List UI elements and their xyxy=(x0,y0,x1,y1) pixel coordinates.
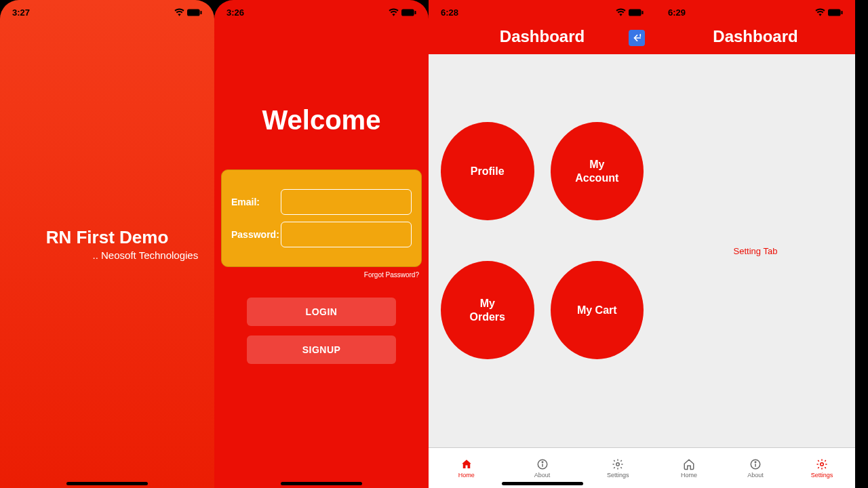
password-field[interactable] xyxy=(281,222,412,247)
tab-label: About xyxy=(747,472,764,479)
tab-settings[interactable]: Settings xyxy=(789,448,855,488)
header-title: Dashboard xyxy=(500,27,585,46)
tab-home[interactable]: Home xyxy=(656,448,722,488)
status-right xyxy=(815,8,843,16)
home-icon xyxy=(683,458,695,470)
info-icon xyxy=(536,458,549,470)
tab-home[interactable]: Home xyxy=(429,448,505,488)
tile-my-cart[interactable]: My Cart xyxy=(551,261,644,359)
password-label: Password: xyxy=(231,229,281,240)
gear-icon xyxy=(816,458,828,470)
status-time: 3:26 xyxy=(226,7,244,18)
tab-about[interactable]: About xyxy=(722,448,789,488)
svg-point-14 xyxy=(755,461,756,462)
settings-tab-text: Setting Tab xyxy=(734,246,778,256)
battery-icon xyxy=(629,9,644,16)
status-time: 6:28 xyxy=(441,7,458,18)
tab-label: Settings xyxy=(811,472,833,479)
svg-rect-10 xyxy=(828,9,841,16)
email-row: Email: xyxy=(231,189,412,215)
svg-rect-2 xyxy=(401,9,414,16)
app-subtitle: .. Neosoft Technologies xyxy=(11,249,203,261)
status-right xyxy=(174,8,202,16)
logout-button[interactable] xyxy=(629,30,645,46)
info-icon xyxy=(749,458,762,470)
svg-rect-0 xyxy=(187,9,200,16)
home-indicator xyxy=(66,482,148,485)
svg-rect-11 xyxy=(841,10,842,14)
tab-label: Home xyxy=(681,472,697,479)
svg-rect-1 xyxy=(200,10,201,14)
wifi-icon xyxy=(174,8,184,16)
email-field[interactable] xyxy=(281,189,412,215)
wifi-icon xyxy=(616,8,626,16)
app-title: RN First Demo xyxy=(11,227,203,248)
password-row: Password: xyxy=(231,222,412,247)
status-time: 3:27 xyxy=(12,7,30,18)
svg-point-8 xyxy=(542,461,543,462)
settings-body: Setting Tab xyxy=(656,54,855,447)
tab-label: Settings xyxy=(607,472,629,479)
tile-profile[interactable]: Profile xyxy=(441,122,534,220)
status-bar: 6:28 xyxy=(429,0,656,22)
home-indicator xyxy=(281,482,362,485)
button-group: LOGIN SIGNUP xyxy=(247,298,396,364)
grid-row: Profile MyAccount xyxy=(441,122,644,220)
status-right xyxy=(616,8,644,16)
battery-icon xyxy=(187,9,202,16)
battery-icon xyxy=(401,9,416,16)
tile-label: MyAccount xyxy=(575,158,618,185)
dashboard-settings-screen: 6:29 Dashboard Setting Tab Home About Se… xyxy=(656,0,855,488)
status-right xyxy=(389,8,416,16)
header-title: Dashboard xyxy=(713,27,797,46)
signup-button[interactable]: SIGNUP xyxy=(247,336,396,364)
welcome-heading: Welcome xyxy=(214,105,429,136)
dashboard-home-screen: 6:28 Dashboard Profile MyAccount MyOrder… xyxy=(429,0,656,488)
svg-rect-5 xyxy=(642,10,643,14)
svg-point-15 xyxy=(821,462,824,466)
svg-rect-4 xyxy=(629,9,642,16)
grid-row: MyOrders My Cart xyxy=(441,261,644,359)
tab-label: Home xyxy=(458,472,475,479)
forgot-password-link[interactable]: Forgot Password? xyxy=(214,271,419,279)
status-bar: 3:26 xyxy=(214,0,429,22)
tab-bar: Home About Settings xyxy=(656,447,855,488)
status-time: 6:29 xyxy=(668,7,686,18)
wifi-icon xyxy=(815,8,825,16)
wifi-icon xyxy=(389,8,399,16)
email-label: Email: xyxy=(231,197,281,207)
login-button[interactable]: LOGIN xyxy=(247,298,396,326)
status-bar: 3:27 xyxy=(0,0,214,22)
battery-icon xyxy=(828,9,843,16)
gear-icon xyxy=(612,458,624,470)
status-bar: 6:29 xyxy=(656,0,855,22)
tile-my-account[interactable]: MyAccount xyxy=(551,122,644,220)
splash-content: RN First Demo .. Neosoft Technologies xyxy=(11,227,203,261)
tile-label: MyOrders xyxy=(470,297,505,324)
login-form: Email: Password: xyxy=(221,169,422,267)
tab-settings[interactable]: Settings xyxy=(580,448,656,488)
tile-my-orders[interactable]: MyOrders xyxy=(441,261,534,359)
svg-rect-3 xyxy=(414,10,416,14)
dashboard-grid: Profile MyAccount MyOrders My Cart xyxy=(429,54,656,447)
splash-screen: 3:27 RN First Demo .. Neosoft Technologi… xyxy=(0,0,214,488)
login-screen: 3:26 Welcome Email: Password: Forgot Pas… xyxy=(214,0,429,488)
home-indicator xyxy=(502,482,583,485)
home-icon xyxy=(460,458,473,470)
svg-point-9 xyxy=(616,462,620,466)
logout-icon xyxy=(632,33,642,43)
tab-label: About xyxy=(534,472,551,479)
